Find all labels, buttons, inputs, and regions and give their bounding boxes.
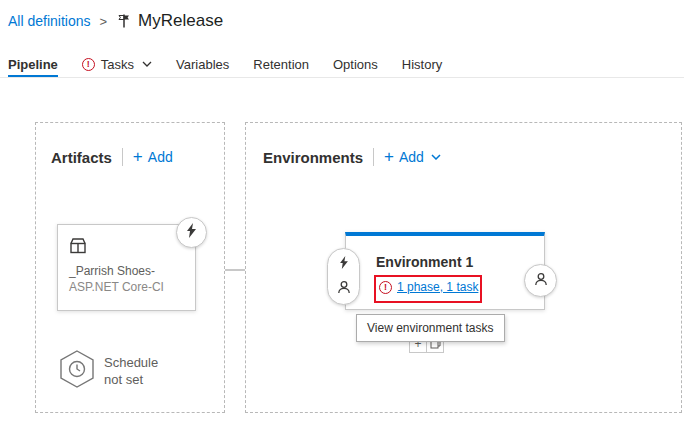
tab-tasks-label: Tasks	[101, 57, 134, 72]
tab-history-label: History	[402, 57, 442, 72]
schedule-line2: not set	[104, 371, 158, 388]
add-artifact-button[interactable]: Add	[133, 149, 173, 165]
add-environment-button[interactable]: Add	[384, 149, 441, 165]
artifacts-panel-title: Artifacts	[51, 149, 112, 166]
schedule-line1: Schedule	[104, 354, 158, 371]
schedule-text: Schedule not set	[104, 354, 158, 388]
tab-tasks[interactable]: Tasks	[82, 51, 152, 77]
environment-status: 1 phase, 1 task	[379, 280, 478, 294]
breadcrumb: All definitions > MyRelease	[8, 11, 223, 31]
artifact-trigger-button[interactable]	[176, 217, 207, 248]
phase-task-link[interactable]: 1 phase, 1 task	[397, 280, 478, 294]
environments-panel-title: Environments	[263, 149, 363, 166]
pre-deployment-conditions-button[interactable]	[327, 248, 360, 305]
artifact-card[interactable]: _Parrish Shoes- ASP.NET Core-CI	[57, 224, 196, 311]
lightning-icon	[339, 255, 349, 273]
artifacts-panel-header: Artifacts Add	[51, 148, 173, 166]
tab-pipeline[interactable]: Pipeline	[8, 51, 58, 77]
user-icon	[337, 280, 351, 298]
breadcrumb-all-definitions-link[interactable]: All definitions	[8, 13, 91, 29]
artifact-name-line1: _Parrish Shoes-	[69, 263, 164, 279]
tab-history[interactable]: History	[402, 51, 442, 77]
chevron-down-icon	[431, 154, 441, 160]
artifact-name-line2: ASP.NET Core-CI	[69, 279, 164, 295]
release-pipeline-editor: All definitions > MyRelease Pipeline Tas…	[0, 0, 684, 431]
tooltip: View environment tasks	[356, 314, 505, 342]
tab-retention-label: Retention	[253, 57, 309, 72]
error-icon	[379, 281, 392, 294]
package-icon	[69, 237, 87, 254]
schedule-button[interactable]: Schedule not set	[60, 350, 158, 392]
page-title: MyRelease	[138, 11, 223, 31]
add-environment-label: Add	[399, 149, 424, 165]
tab-pipeline-label: Pipeline	[8, 57, 58, 72]
release-definition-icon	[116, 13, 132, 29]
user-icon	[534, 272, 548, 290]
tab-bar: Pipeline Tasks Variables Retention Optio…	[8, 51, 442, 77]
chevron-down-icon	[142, 61, 152, 67]
clock-hexagon-icon	[60, 350, 94, 392]
header-separator	[122, 148, 123, 166]
tab-bar-divider	[0, 77, 684, 78]
plus-icon	[384, 150, 394, 164]
tab-options-label: Options	[333, 57, 378, 72]
lightning-icon	[186, 223, 197, 242]
environments-panel-header: Environments Add	[263, 148, 441, 166]
tab-retention[interactable]: Retention	[253, 51, 309, 77]
environment-title: Environment 1	[376, 254, 473, 270]
header-separator	[373, 148, 374, 166]
error-icon	[82, 58, 95, 71]
tab-variables[interactable]: Variables	[176, 51, 229, 77]
add-artifact-label: Add	[148, 149, 173, 165]
tab-options[interactable]: Options	[333, 51, 378, 77]
artifact-name: _Parrish Shoes- ASP.NET Core-CI	[69, 263, 164, 295]
tab-variables-label: Variables	[176, 57, 229, 72]
environment-card[interactable]: Environment 1 1 phase, 1 task	[345, 232, 545, 310]
plus-icon	[133, 150, 143, 164]
breadcrumb-separator: >	[100, 14, 108, 29]
post-deployment-conditions-button[interactable]	[524, 264, 557, 297]
